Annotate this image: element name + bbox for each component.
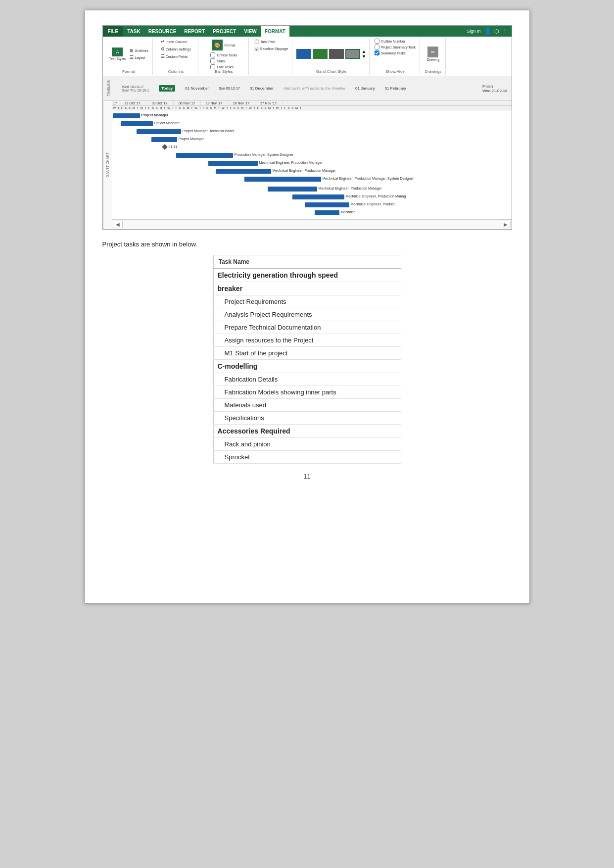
drawings-group: ✏ Drawing Drawings xyxy=(421,38,446,75)
columns-group-items: ↵ Insert Column ⚙ Column Settings ☰ Cust… xyxy=(160,39,192,69)
table-cell: C-modelling xyxy=(213,360,401,373)
table-row: breaker xyxy=(213,282,401,295)
add-dates-hint: Add tasks with dates to the timeline xyxy=(283,86,345,91)
gantt-row-5: 01-11 xyxy=(112,144,512,151)
table-row: M1 Start of the project xyxy=(213,347,401,360)
outline-number-checkbox[interactable]: Outline Number xyxy=(375,39,405,44)
table-row: Fabrication Models showing inner parts xyxy=(213,386,401,399)
timeline-date-2: 01 December xyxy=(250,86,274,91)
tab-resource[interactable]: RESOURCE xyxy=(144,26,181,37)
insert-column-button[interactable]: ↵ Insert Column xyxy=(160,39,189,45)
table-cell: Electricity generation through speed xyxy=(213,269,401,282)
drawing-button[interactable]: ✏ Drawing xyxy=(425,46,441,62)
finish-date: Finish Wed 21-02-18 xyxy=(482,84,508,93)
gantt-style-3[interactable] xyxy=(329,49,344,59)
more-icon[interactable]: ⋮ xyxy=(502,28,508,35)
gantt-style-2[interactable] xyxy=(313,49,328,59)
table-cell: Prepare Technical Documentation xyxy=(213,321,401,334)
gantt-style-4[interactable] xyxy=(345,49,360,59)
bar-13 xyxy=(315,210,339,215)
show-hide-group: Outline Number Project Summary Task Summ… xyxy=(371,38,420,75)
task-path-button[interactable]: 📋 Task Path xyxy=(253,39,277,45)
bar-label-2: Project Manager xyxy=(154,121,180,125)
column-settings-button[interactable]: ⚙ Column Settings xyxy=(160,46,192,52)
gantt-row-4: Project Manager xyxy=(112,136,512,143)
account-icon[interactable]: 👤 xyxy=(484,28,491,35)
table-cell: Fabrication Details xyxy=(213,373,401,386)
format-group-label: Format xyxy=(122,69,135,74)
bar-label-6: Production Manager, System Designer xyxy=(235,153,294,156)
tab-file[interactable]: FILE xyxy=(103,26,124,37)
tab-report[interactable]: REPORT xyxy=(180,26,209,37)
summary-tasks-checkbox[interactable]: Summary Tasks xyxy=(375,50,406,55)
share-icon[interactable]: ⬡ xyxy=(494,28,499,35)
tab-format[interactable]: FORMAT xyxy=(261,26,289,37)
gantt-col-1: 23 Oct '17 xyxy=(119,101,146,105)
custom-fields-button[interactable]: ☰ Custom Fields xyxy=(160,53,189,59)
critical-tasks-checkbox[interactable]: Critical Tasks xyxy=(210,52,237,57)
timeline-start-info: Wed 18-10-17 Start Thu 19-10-1 xyxy=(122,85,149,92)
bar-styles-items: 🎨 Format Critical Tasks Slack Late Tasks xyxy=(210,39,237,69)
scroll-right-button[interactable]: ▶ xyxy=(501,221,511,228)
text-styles-button[interactable]: A Text Styles xyxy=(108,47,128,61)
bar-label-9: Mechnical Engineer, Production Manager, … xyxy=(323,177,414,180)
bar-label-1: Project Manager xyxy=(142,113,168,117)
gantt-col-0: 17 xyxy=(112,101,119,105)
tab-project[interactable]: PROJECT xyxy=(209,26,240,37)
body-text: Project tasks are shown in below. xyxy=(102,241,512,248)
table-row: Project Requirements xyxy=(213,295,401,308)
timeline-end-date: Sun 03-12-17 xyxy=(219,87,239,90)
table-row: Materials used xyxy=(213,399,401,412)
table-row: Accessories Required xyxy=(213,425,401,438)
format-group: A Text Styles ⊞ Gridlines ☰ Layout xyxy=(105,38,153,75)
layout-button[interactable]: ☰ Layout xyxy=(129,54,149,60)
drawings-items: ✏ Drawing xyxy=(425,39,441,69)
table-row: Fabrication Details xyxy=(213,373,401,386)
baseline-slippage-button[interactable]: 📊 Baseline Slippage xyxy=(253,46,289,51)
table-cell: Materials used xyxy=(213,399,401,412)
gantt-style-up[interactable]: ▲ xyxy=(362,49,366,54)
late-tasks-checkbox[interactable]: Late Tasks xyxy=(210,64,233,69)
ribbon-tabs: FILE TASK RESOURCE REPORT PROJECT VIEW F… xyxy=(103,26,512,37)
table-cell: Project Requirements xyxy=(213,295,401,308)
bar-styles-group-label: Bar Styles xyxy=(215,69,233,74)
gantt-row-8: Mechnical Engineer, Production Manager xyxy=(112,168,512,175)
table-cell: Assign resources to the Project xyxy=(213,334,401,347)
gantt-row-13: Mechnical xyxy=(112,209,512,216)
table-header: Task Name xyxy=(213,255,401,269)
table-row: Specifications xyxy=(213,412,401,425)
gantt-header-dates: 17 23 Oct '17 30 Oct '17 06 Nov '17 13 N… xyxy=(112,101,512,106)
gantt-style-down[interactable]: ▼ xyxy=(362,54,366,59)
table-row: Rack and pinion xyxy=(213,438,401,451)
project-summary-task-checkbox[interactable]: Project Summary Task xyxy=(375,45,416,49)
gantt-style-group: ▲ ▼ Gantt Chart Style xyxy=(293,38,370,75)
bar-label-7: Mechnical Engineer, Production Manager xyxy=(259,161,323,164)
bar-label-12: Mechnical Engineer, Product xyxy=(351,202,395,206)
bar-label-11: Mechnical Engineer, Production Manag xyxy=(346,194,406,198)
ribbon-toolbar: A Text Styles ⊞ Gridlines ☰ Layout xyxy=(103,37,512,76)
today-button[interactable]: Today xyxy=(159,85,175,92)
bar-9 xyxy=(244,177,321,182)
bar-1 xyxy=(113,113,140,118)
scroll-left-button[interactable]: ◀ xyxy=(113,221,123,228)
page: FILE TASK RESOURCE REPORT PROJECT VIEW F… xyxy=(85,10,530,604)
task-table: Task Name Electricity generation through… xyxy=(213,255,401,464)
format-button[interactable]: 🎨 Format xyxy=(210,39,236,51)
tab-view[interactable]: VIEW xyxy=(240,26,261,37)
table-cell: breaker xyxy=(213,282,401,295)
timeline-strip: TIMELINE Wed 18-10-17 Start Thu 19-10-1 … xyxy=(103,76,512,101)
gantt-row-3: Project Manager, Technical Writer xyxy=(112,128,512,135)
bar-11 xyxy=(292,194,344,199)
tab-task[interactable]: TASK xyxy=(123,26,144,37)
gantt-row-2: Project Manager xyxy=(112,120,512,127)
bar-label-13: Mechnical xyxy=(341,210,357,214)
gantt-style-1[interactable] xyxy=(296,49,311,59)
gantt-col-4: 13 Nov '17 xyxy=(201,101,228,105)
gantt-col-2: 30 Oct '17 xyxy=(146,101,174,105)
sign-in-link[interactable]: Sign In xyxy=(467,29,480,34)
slack-checkbox[interactable]: Slack xyxy=(210,58,225,63)
page-number: 11 xyxy=(102,473,512,480)
table-row: Electricity generation through speed xyxy=(213,269,401,282)
gridlines-button[interactable]: ⊞ Gridlines xyxy=(129,48,149,53)
format-sub-btns: ⊞ Gridlines ☰ Layout xyxy=(129,48,149,60)
